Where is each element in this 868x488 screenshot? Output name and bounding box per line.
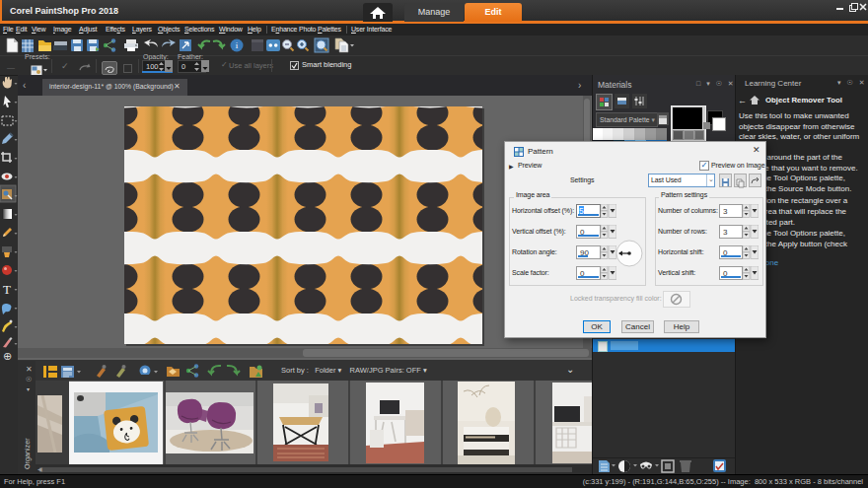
svg-text:T: T — [3, 282, 11, 297]
